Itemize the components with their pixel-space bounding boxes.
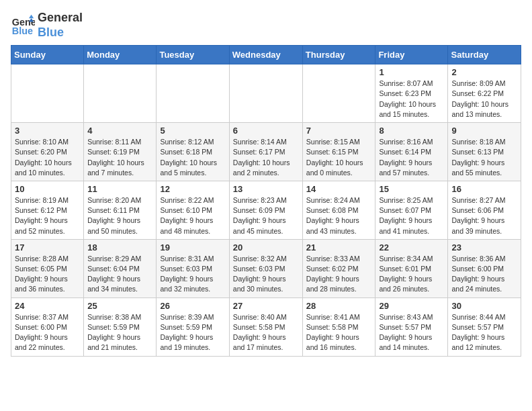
day-number: 19 bbox=[160, 242, 225, 253]
calendar-week-row: 10Sunrise: 8:19 AMSunset: 6:12 PMDayligh… bbox=[11, 181, 521, 239]
weekday-header-monday: Monday bbox=[84, 46, 157, 64]
day-number: 30 bbox=[451, 301, 517, 311]
svg-text:Blue: Blue bbox=[12, 25, 33, 36]
day-info: Sunrise: 8:15 AMSunset: 6:15 PMDaylight:… bbox=[306, 137, 372, 178]
day-number: 18 bbox=[87, 242, 152, 253]
calendar-cell: 4Sunrise: 8:11 AMSunset: 6:19 PMDaylight… bbox=[84, 123, 157, 181]
logo-text: General Blue bbox=[38, 11, 83, 40]
calendar-cell: 25Sunrise: 8:38 AMSunset: 5:59 PMDayligh… bbox=[84, 298, 157, 356]
day-info: Sunrise: 8:41 AMSunset: 5:58 PMDaylight:… bbox=[306, 312, 372, 353]
day-number: 6 bbox=[233, 126, 299, 136]
day-info: Sunrise: 8:23 AMSunset: 6:09 PMDaylight:… bbox=[233, 195, 299, 236]
calendar-cell: 28Sunrise: 8:41 AMSunset: 5:58 PMDayligh… bbox=[302, 298, 375, 356]
day-info: Sunrise: 8:28 AMSunset: 6:05 PMDaylight:… bbox=[15, 254, 80, 295]
calendar-cell: 30Sunrise: 8:44 AMSunset: 5:57 PMDayligh… bbox=[448, 298, 521, 356]
calendar-cell: 26Sunrise: 8:39 AMSunset: 5:59 PMDayligh… bbox=[157, 298, 229, 356]
calendar-cell: 16Sunrise: 8:27 AMSunset: 6:06 PMDayligh… bbox=[448, 181, 521, 239]
day-number: 26 bbox=[160, 301, 225, 311]
day-number: 28 bbox=[306, 301, 372, 311]
calendar-cell: 9Sunrise: 8:18 AMSunset: 6:13 PMDaylight… bbox=[448, 123, 521, 181]
day-number: 5 bbox=[160, 126, 225, 136]
day-info: Sunrise: 8:38 AMSunset: 5:59 PMDaylight:… bbox=[87, 312, 152, 353]
calendar-cell: 7Sunrise: 8:15 AMSunset: 6:15 PMDaylight… bbox=[302, 123, 375, 181]
calendar-cell: 13Sunrise: 8:23 AMSunset: 6:09 PMDayligh… bbox=[229, 181, 302, 239]
calendar-cell: 29Sunrise: 8:43 AMSunset: 5:57 PMDayligh… bbox=[375, 298, 448, 356]
day-number: 27 bbox=[233, 301, 299, 311]
day-number: 23 bbox=[451, 242, 517, 253]
calendar-cell: 5Sunrise: 8:12 AMSunset: 6:18 PMDaylight… bbox=[157, 123, 229, 181]
day-number: 22 bbox=[379, 242, 444, 253]
logo-icon: General Blue bbox=[11, 13, 35, 38]
page-header: General Blue General Blue bbox=[11, 11, 521, 40]
day-number: 7 bbox=[306, 126, 372, 136]
day-number: 10 bbox=[15, 184, 80, 194]
day-info: Sunrise: 8:31 AMSunset: 6:03 PMDaylight:… bbox=[160, 254, 225, 295]
day-info: Sunrise: 8:09 AMSunset: 6:22 PMDaylight:… bbox=[451, 79, 517, 120]
day-info: Sunrise: 8:36 AMSunset: 6:00 PMDaylight:… bbox=[451, 254, 517, 295]
calendar-cell: 18Sunrise: 8:29 AMSunset: 6:04 PMDayligh… bbox=[84, 239, 157, 298]
day-number: 11 bbox=[87, 184, 152, 194]
weekday-header-sunday: Sunday bbox=[11, 46, 84, 64]
day-number: 12 bbox=[160, 184, 225, 194]
weekday-header-thursday: Thursday bbox=[302, 46, 375, 64]
day-number: 3 bbox=[15, 126, 80, 136]
day-number: 13 bbox=[233, 184, 299, 194]
day-info: Sunrise: 8:10 AMSunset: 6:20 PMDaylight:… bbox=[15, 137, 80, 178]
calendar-cell: 22Sunrise: 8:34 AMSunset: 6:01 PMDayligh… bbox=[375, 239, 448, 298]
weekday-header-tuesday: Tuesday bbox=[157, 46, 229, 64]
calendar-cell: 23Sunrise: 8:36 AMSunset: 6:00 PMDayligh… bbox=[448, 239, 521, 298]
weekday-header-friday: Friday bbox=[375, 46, 448, 64]
calendar-table: SundayMondayTuesdayWednesdayThursdayFrid… bbox=[11, 45, 521, 356]
calendar-cell: 3Sunrise: 8:10 AMSunset: 6:20 PMDaylight… bbox=[11, 123, 84, 181]
calendar-week-row: 1Sunrise: 8:07 AMSunset: 6:23 PMDaylight… bbox=[11, 64, 521, 123]
day-info: Sunrise: 8:11 AMSunset: 6:19 PMDaylight:… bbox=[87, 137, 152, 178]
day-info: Sunrise: 8:16 AMSunset: 6:14 PMDaylight:… bbox=[379, 137, 444, 178]
calendar-cell: 19Sunrise: 8:31 AMSunset: 6:03 PMDayligh… bbox=[157, 239, 229, 298]
day-info: Sunrise: 8:44 AMSunset: 5:57 PMDaylight:… bbox=[451, 312, 517, 353]
calendar-week-row: 3Sunrise: 8:10 AMSunset: 6:20 PMDaylight… bbox=[11, 123, 521, 181]
day-number: 4 bbox=[87, 126, 152, 136]
calendar-cell bbox=[302, 64, 375, 123]
calendar-cell: 20Sunrise: 8:32 AMSunset: 6:03 PMDayligh… bbox=[229, 239, 302, 298]
calendar-cell: 15Sunrise: 8:25 AMSunset: 6:07 PMDayligh… bbox=[375, 181, 448, 239]
calendar-cell bbox=[84, 64, 157, 123]
day-info: Sunrise: 8:22 AMSunset: 6:10 PMDaylight:… bbox=[160, 195, 225, 236]
day-info: Sunrise: 8:07 AMSunset: 6:23 PMDaylight:… bbox=[379, 79, 444, 120]
calendar-body: 1Sunrise: 8:07 AMSunset: 6:23 PMDaylight… bbox=[11, 64, 521, 356]
day-number: 2 bbox=[451, 67, 517, 77]
calendar-cell bbox=[11, 64, 84, 123]
calendar-week-row: 24Sunrise: 8:37 AMSunset: 6:00 PMDayligh… bbox=[11, 298, 521, 356]
day-info: Sunrise: 8:24 AMSunset: 6:08 PMDaylight:… bbox=[306, 195, 372, 236]
calendar-cell: 14Sunrise: 8:24 AMSunset: 6:08 PMDayligh… bbox=[302, 181, 375, 239]
logo: General Blue General Blue bbox=[11, 11, 83, 40]
calendar-cell: 2Sunrise: 8:09 AMSunset: 6:22 PMDaylight… bbox=[448, 64, 521, 123]
day-info: Sunrise: 8:27 AMSunset: 6:06 PMDaylight:… bbox=[451, 195, 517, 236]
calendar-cell: 1Sunrise: 8:07 AMSunset: 6:23 PMDaylight… bbox=[375, 64, 448, 123]
day-info: Sunrise: 8:39 AMSunset: 5:59 PMDaylight:… bbox=[160, 312, 225, 353]
calendar-cell: 27Sunrise: 8:40 AMSunset: 5:58 PMDayligh… bbox=[229, 298, 302, 356]
day-number: 20 bbox=[233, 242, 299, 253]
calendar-cell: 6Sunrise: 8:14 AMSunset: 6:17 PMDaylight… bbox=[229, 123, 302, 181]
calendar-header: SundayMondayTuesdayWednesdayThursdayFrid… bbox=[11, 46, 521, 64]
day-number: 21 bbox=[306, 242, 372, 253]
day-number: 1 bbox=[379, 67, 444, 77]
day-info: Sunrise: 8:43 AMSunset: 5:57 PMDaylight:… bbox=[379, 312, 444, 353]
day-number: 29 bbox=[379, 301, 444, 311]
calendar-week-row: 17Sunrise: 8:28 AMSunset: 6:05 PMDayligh… bbox=[11, 239, 521, 298]
day-number: 24 bbox=[15, 301, 80, 311]
day-number: 14 bbox=[306, 184, 372, 194]
day-info: Sunrise: 8:29 AMSunset: 6:04 PMDaylight:… bbox=[87, 254, 152, 295]
calendar-cell: 11Sunrise: 8:20 AMSunset: 6:11 PMDayligh… bbox=[84, 181, 157, 239]
day-info: Sunrise: 8:20 AMSunset: 6:11 PMDaylight:… bbox=[87, 195, 152, 236]
day-number: 9 bbox=[451, 126, 517, 136]
day-info: Sunrise: 8:37 AMSunset: 6:00 PMDaylight:… bbox=[15, 312, 80, 353]
weekday-header-saturday: Saturday bbox=[448, 46, 521, 64]
day-info: Sunrise: 8:18 AMSunset: 6:13 PMDaylight:… bbox=[451, 137, 517, 178]
day-info: Sunrise: 8:14 AMSunset: 6:17 PMDaylight:… bbox=[233, 137, 299, 178]
weekday-header-wednesday: Wednesday bbox=[229, 46, 302, 64]
day-number: 8 bbox=[379, 126, 444, 136]
calendar-cell: 17Sunrise: 8:28 AMSunset: 6:05 PMDayligh… bbox=[11, 239, 84, 298]
day-info: Sunrise: 8:40 AMSunset: 5:58 PMDaylight:… bbox=[233, 312, 299, 353]
day-info: Sunrise: 8:19 AMSunset: 6:12 PMDaylight:… bbox=[15, 195, 80, 236]
day-number: 16 bbox=[451, 184, 517, 194]
